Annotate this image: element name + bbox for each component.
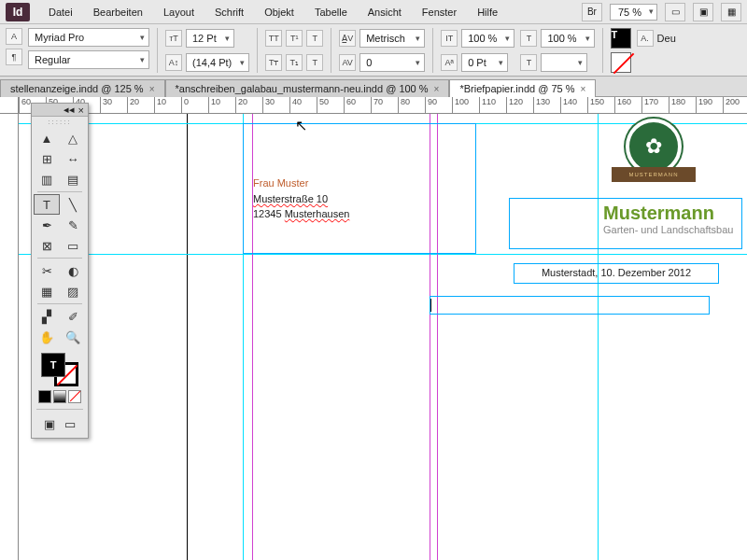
- menu-ansicht[interactable]: Ansicht: [359, 3, 411, 21]
- app-logo[interactable]: Id: [6, 3, 30, 21]
- kerning-icon: A̲V: [339, 30, 356, 47]
- date-text-frame[interactable]: Musterstadt, 10. Dezember 2012: [514, 263, 719, 284]
- logo-frame[interactable]: ✿ MUSTERMANN: [602, 119, 705, 189]
- hscale-dropdown[interactable]: 100 %: [541, 29, 594, 48]
- close-icon[interactable]: ×: [581, 84, 586, 94]
- tracking-dropdown[interactable]: 0: [359, 53, 425, 72]
- strikethrough-icon[interactable]: T: [306, 54, 323, 71]
- note-tool[interactable]: ▞: [34, 306, 60, 327]
- skew-dropdown[interactable]: [541, 53, 587, 72]
- canvas[interactable]: Frau Muster Musterstraße 10 12345 Muster…: [19, 114, 747, 560]
- menu-objekt[interactable]: Objekt: [255, 3, 303, 21]
- apply-color-icon[interactable]: [38, 390, 51, 403]
- preview-view-icon[interactable]: ▭: [61, 415, 79, 432]
- paragraph-mode-icon[interactable]: ¶: [6, 49, 22, 65]
- baseline-icon: Aª: [441, 54, 458, 71]
- eyedropper-tool[interactable]: ✐: [60, 306, 86, 327]
- view-options-icon[interactable]: ▭: [665, 3, 685, 21]
- fill-swatch[interactable]: T: [41, 353, 65, 377]
- document-tabs: stellenanzeige.indd @ 125 %× *anschreibe…: [0, 77, 747, 97]
- tab-briefpapier[interactable]: *Briefpapier.indd @ 75 %×: [449, 79, 596, 97]
- line-tool[interactable]: ╲: [60, 194, 86, 215]
- menu-datei[interactable]: Datei: [39, 3, 82, 21]
- workspace: 6050403020100102030405060708090100110120…: [0, 97, 747, 560]
- vertical-ruler[interactable]: [0, 114, 19, 560]
- superscript-icon[interactable]: T¹: [286, 30, 303, 47]
- screen-mode-icon[interactable]: ▣: [693, 3, 713, 21]
- panel-header[interactable]: ◂◂×: [32, 104, 88, 117]
- leading-icon: A↕: [165, 54, 182, 71]
- ruler-origin[interactable]: [0, 97, 19, 114]
- menu-layout[interactable]: Layout: [154, 3, 204, 21]
- guide-vertical[interactable]: [598, 114, 599, 560]
- guide-horizontal[interactable]: [19, 254, 747, 255]
- close-icon[interactable]: ×: [434, 84, 440, 94]
- gradient-swatch-tool[interactable]: ▦: [34, 281, 60, 301]
- vscale-dropdown[interactable]: 100 %: [461, 29, 514, 48]
- page-tool[interactable]: ⊞: [34, 148, 60, 169]
- type-tool[interactable]: T: [34, 194, 60, 215]
- gap-tool[interactable]: ↔: [60, 148, 86, 169]
- baseline-dropdown[interactable]: 0 Pt: [461, 53, 508, 72]
- font-size-dropdown[interactable]: 12 Pt: [186, 29, 234, 48]
- date-text: Musterstadt, 10. Dezember 2012: [542, 267, 691, 278]
- leading-dropdown[interactable]: (14,4 Pt): [186, 53, 249, 72]
- menu-bearbeiten[interactable]: Bearbeiten: [84, 3, 152, 21]
- font-family-dropdown[interactable]: Myriad Pro: [28, 28, 149, 47]
- address-street: Musterstraße 10: [253, 191, 466, 207]
- menu-schrift[interactable]: Schrift: [205, 3, 253, 21]
- free-transform-tool[interactable]: ◐: [60, 260, 86, 281]
- content-collector-tool[interactable]: ▥: [34, 169, 60, 189]
- hand-tool[interactable]: ✋: [34, 327, 60, 347]
- arrange-icon[interactable]: ▦: [721, 3, 741, 21]
- panel-menu-icon[interactable]: ×: [78, 105, 84, 116]
- tab-anschreiben[interactable]: *anschreiben_galabau_mustermann-neu.indd…: [165, 79, 450, 97]
- underline-icon[interactable]: T: [306, 30, 323, 47]
- direct-selection-tool[interactable]: △: [60, 128, 86, 148]
- zoom-dropdown[interactable]: 75 %: [610, 4, 657, 21]
- gradient-feather-tool[interactable]: ▨: [60, 281, 86, 301]
- zoom-tool[interactable]: 🔍: [60, 327, 86, 347]
- scissors-tool[interactable]: ✂: [34, 260, 60, 281]
- tab-stellenanzeige[interactable]: stellenanzeige.indd @ 125 %×: [0, 79, 165, 97]
- subscript-icon[interactable]: T₁: [286, 54, 303, 71]
- panel-grip[interactable]: ::::::: [32, 117, 88, 126]
- font-size-icon: тT: [165, 30, 182, 47]
- menu-tabelle[interactable]: Tabelle: [305, 3, 357, 21]
- rectangle-tool[interactable]: ▭: [60, 235, 86, 256]
- menu-fenster[interactable]: Fenster: [413, 3, 466, 21]
- kerning-dropdown[interactable]: Metrisch: [359, 29, 425, 48]
- company-name: Mustermann: [603, 203, 741, 224]
- vscale-icon: IT: [441, 30, 458, 47]
- address-text-frame[interactable]: Frau Muster Musterstraße 10 12345 Muster…: [243, 123, 476, 254]
- apply-gradient-icon[interactable]: [53, 390, 66, 403]
- language-label: Deu: [657, 33, 676, 44]
- selection-tool[interactable]: ▲: [34, 128, 60, 148]
- bridge-button[interactable]: Br: [582, 3, 602, 21]
- text-fill-swatch[interactable]: T: [611, 28, 631, 49]
- rectangle-frame-tool[interactable]: ⊠: [34, 235, 60, 256]
- character-mode-icon[interactable]: A: [6, 28, 22, 45]
- pen-tool[interactable]: ✒: [34, 215, 60, 235]
- tools-panel[interactable]: ◂◂× :::::: ▲ △ ⊞ ↔ ▥ ▤ T ╲ ✒ ✎ ⊠ ▭ ✂ ◐ ▦…: [31, 103, 89, 439]
- address-salutation: Frau Muster: [253, 175, 466, 191]
- control-panel: A ¶ Myriad Pro Regular тT12 Pt A↕(14,4 P…: [0, 24, 747, 77]
- content-placer-tool[interactable]: ▤: [60, 169, 86, 189]
- smallcaps-icon[interactable]: Tᴛ: [265, 54, 282, 71]
- apply-none-icon[interactable]: [68, 390, 81, 403]
- horizontal-ruler[interactable]: 6050403020100102030405060708090100110120…: [19, 97, 747, 114]
- font-style-dropdown[interactable]: Regular: [28, 50, 149, 69]
- fill-stroke-swatches[interactable]: T: [41, 353, 78, 386]
- close-icon[interactable]: ×: [149, 84, 155, 94]
- collapse-icon[interactable]: ◂◂: [63, 104, 75, 116]
- company-text-frame[interactable]: Mustermann Garten- und Landschaftsbau: [509, 198, 742, 249]
- tracking-icon: AV: [339, 54, 356, 71]
- body-text-frame[interactable]: [430, 296, 710, 315]
- logo-banner: MUSTERMANN: [612, 167, 696, 182]
- menu-hilfe[interactable]: Hilfe: [468, 3, 507, 21]
- language-icon: A.: [637, 30, 654, 47]
- allcaps-icon[interactable]: TT: [265, 30, 282, 47]
- text-stroke-swatch[interactable]: [611, 52, 631, 73]
- pencil-tool[interactable]: ✎: [60, 215, 86, 235]
- normal-view-icon[interactable]: ▣: [40, 415, 59, 432]
